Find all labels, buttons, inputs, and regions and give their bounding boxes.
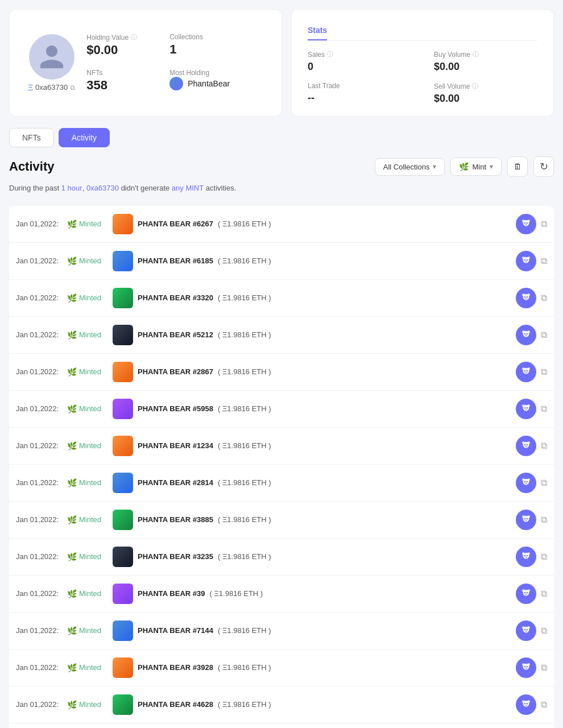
activity-nft-info: PHANTA BEAR #3235 ( Ξ1.9816 ETH ) bbox=[113, 547, 516, 567]
calendar-button[interactable]: 🗓 bbox=[507, 156, 528, 177]
svg-point-46 bbox=[522, 552, 525, 555]
activity-type: 🌿 Minted bbox=[67, 367, 113, 377]
collection-avatar[interactable] bbox=[516, 399, 536, 419]
nfts-stat: NFTs 358 bbox=[86, 69, 147, 93]
external-link-icon[interactable]: ⧉ bbox=[541, 478, 547, 488]
collection-avatar[interactable] bbox=[516, 214, 536, 234]
mint-type-icon: 🌿 bbox=[67, 441, 77, 450]
collection-avatar[interactable] bbox=[516, 694, 536, 715]
collection-avatar[interactable] bbox=[516, 657, 536, 678]
collection-avatar[interactable] bbox=[516, 251, 536, 271]
external-link-icon[interactable]: ⧉ bbox=[541, 515, 547, 525]
external-link-icon[interactable]: ⧉ bbox=[541, 367, 547, 377]
external-link-icon[interactable]: ⧉ bbox=[541, 219, 547, 229]
collection-avatar[interactable] bbox=[516, 547, 536, 567]
sales-value: 0 bbox=[308, 61, 411, 73]
tab-stats[interactable]: Stats bbox=[308, 21, 327, 40]
notice-addr[interactable]: 0xa63730 bbox=[86, 184, 119, 192]
bear-avatar-icon bbox=[520, 218, 532, 230]
nft-thumbnail bbox=[113, 214, 133, 234]
mint-type-icon: 🌿 bbox=[67, 330, 77, 340]
nft-name: PHANTA BEAR #6185 bbox=[138, 257, 213, 265]
svg-point-51 bbox=[522, 589, 525, 592]
activity-nft-info: PHANTA BEAR #2867 ( Ξ1.9816 ETH ) bbox=[113, 362, 516, 382]
bear-avatar-icon bbox=[520, 403, 532, 415]
collection-avatar[interactable] bbox=[516, 621, 536, 641]
svg-point-38 bbox=[524, 481, 525, 482]
external-link-icon[interactable]: ⧉ bbox=[541, 589, 547, 599]
svg-point-34 bbox=[527, 444, 528, 445]
holding-value: $0.00 bbox=[86, 43, 147, 57]
buy-volume-stat: Buy Volume ⓘ $0.00 bbox=[434, 50, 537, 73]
last-trade-value: -- bbox=[308, 92, 411, 104]
external-link-icon[interactable]: ⧉ bbox=[541, 700, 547, 710]
external-link-icon[interactable]: ⧉ bbox=[541, 663, 547, 673]
wallet-address: Ξ 0xa63730 ⧉ bbox=[28, 83, 75, 92]
nft-name: PHANTA BEAR #5958 bbox=[138, 404, 213, 413]
mint-type-icon: 🌿 bbox=[67, 478, 77, 487]
svg-point-53 bbox=[524, 592, 525, 593]
collections-stat: Collections 1 bbox=[169, 33, 230, 57]
activity-row: Jan 01,2022: 🌿 Minted PHANTA BEAR #6185 … bbox=[9, 243, 554, 280]
mint-type-icon: 🌿 bbox=[67, 700, 77, 709]
svg-point-32 bbox=[527, 441, 530, 444]
external-link-icon[interactable]: ⧉ bbox=[541, 552, 547, 562]
collection-avatar[interactable] bbox=[516, 436, 536, 456]
svg-point-6 bbox=[522, 257, 525, 259]
activity-nft-info: PHANTA BEAR #6267 ( Ξ1.9816 ETH ) bbox=[113, 214, 516, 234]
most-holding-stat: Most Holding PhantaBear bbox=[169, 69, 230, 93]
activity-type: 🌿 Minted bbox=[67, 478, 113, 487]
collection-avatar[interactable] bbox=[516, 510, 536, 530]
nft-price: ( Ξ1.9816 ETH ) bbox=[218, 293, 271, 302]
nft-name: PHANTA BEAR #4628 bbox=[138, 700, 213, 709]
svg-point-48 bbox=[524, 555, 525, 556]
svg-point-41 bbox=[522, 515, 525, 518]
nft-price: ( Ξ1.9816 ETH ) bbox=[218, 700, 271, 709]
external-link-icon[interactable]: ⧉ bbox=[541, 404, 547, 414]
svg-point-18 bbox=[524, 333, 525, 334]
buy-volume-label: Buy Volume ⓘ bbox=[434, 50, 537, 59]
activity-date: Jan 01,2022: bbox=[16, 663, 67, 672]
collection-avatar[interactable] bbox=[516, 584, 536, 604]
nft-name: PHANTA BEAR #3928 bbox=[138, 663, 213, 672]
last-trade-label: Last Trade bbox=[308, 82, 411, 90]
svg-point-36 bbox=[522, 478, 525, 481]
external-link-icon[interactable]: ⧉ bbox=[541, 293, 547, 303]
nft-thumbnail bbox=[113, 251, 133, 271]
all-collections-filter[interactable]: All Collections ▾ bbox=[375, 158, 445, 176]
activity-type: 🌿 Minted bbox=[67, 626, 113, 635]
external-link-icon[interactable]: ⧉ bbox=[541, 256, 547, 266]
activity-type: 🌿 Minted bbox=[67, 515, 113, 524]
tab-activity[interactable]: Activity bbox=[59, 128, 110, 147]
collection-avatar[interactable] bbox=[516, 362, 536, 382]
activity-row: Jan 01,2022: 🌿 Minted PHANTA BEAR #3928 … bbox=[9, 650, 554, 686]
collection-avatar[interactable] bbox=[516, 473, 536, 493]
external-link-icon[interactable]: ⧉ bbox=[541, 330, 547, 340]
bear-avatar-icon bbox=[520, 255, 532, 267]
svg-point-64 bbox=[527, 666, 528, 667]
collection-avatar[interactable] bbox=[516, 288, 536, 308]
svg-point-61 bbox=[522, 663, 525, 666]
svg-point-9 bbox=[527, 259, 528, 260]
bear-avatar-icon bbox=[520, 477, 532, 489]
bear-avatar-icon bbox=[520, 514, 532, 526]
mint-filter[interactable]: 🌿 Mint ▾ bbox=[450, 158, 502, 176]
activity-title: Activity bbox=[9, 159, 54, 174]
refresh-button[interactable]: ↻ bbox=[533, 156, 554, 177]
notice-mint: any MINT bbox=[172, 184, 204, 192]
activity-nft-info: PHANTA BEAR #4628 ( Ξ1.9816 ETH ) bbox=[113, 694, 516, 715]
mint-type-icon: 🌿 bbox=[67, 404, 77, 413]
nft-price: ( Ξ1.9816 ETH ) bbox=[218, 257, 271, 265]
svg-point-44 bbox=[527, 518, 528, 519]
svg-point-52 bbox=[527, 589, 530, 592]
chevron-down-icon: ▾ bbox=[433, 163, 436, 171]
activity-row: Jan 01,2022: 🌿 Minted PHANTA BEAR #39 ( … bbox=[9, 576, 554, 613]
external-link-icon[interactable]: ⧉ bbox=[541, 626, 547, 636]
mint-chevron-icon: ▾ bbox=[490, 163, 493, 171]
copy-icon[interactable]: ⧉ bbox=[70, 84, 75, 92]
bear-avatar-icon bbox=[520, 624, 532, 637]
collection-avatar[interactable] bbox=[516, 325, 536, 345]
external-link-icon[interactable]: ⧉ bbox=[541, 441, 547, 451]
tab-nfts[interactable]: NFTs bbox=[9, 128, 54, 147]
nft-thumbnail bbox=[113, 657, 133, 678]
